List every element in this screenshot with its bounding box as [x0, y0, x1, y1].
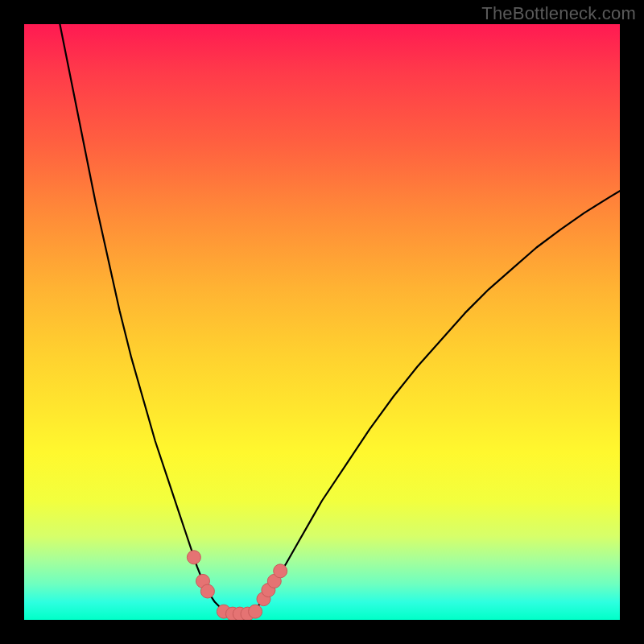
chart-frame: TheBottleneck.com: [0, 0, 644, 644]
marker-group: [187, 551, 287, 620]
series-right-curve: [250, 191, 620, 613]
watermark-text: TheBottleneck.com: [481, 3, 636, 24]
chart-svg: [24, 24, 620, 620]
series-group: [60, 24, 620, 614]
data-marker: [249, 605, 262, 618]
data-marker: [200, 584, 214, 598]
data-marker: [187, 551, 200, 564]
series-left-curve: [60, 24, 226, 613]
chart-plot-area: [24, 24, 620, 620]
data-marker: [274, 564, 287, 578]
